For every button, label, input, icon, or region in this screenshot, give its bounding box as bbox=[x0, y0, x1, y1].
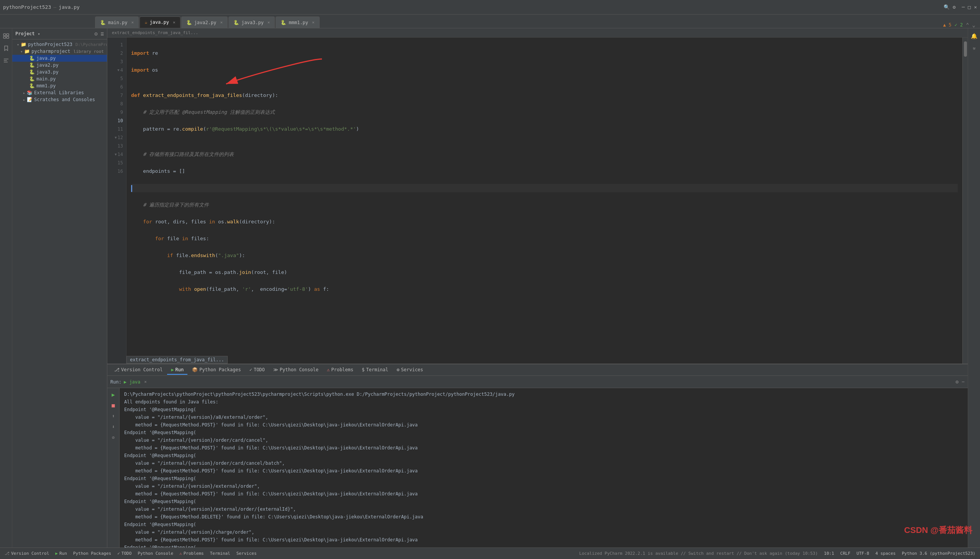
minimize-btn[interactable]: ─ bbox=[962, 4, 965, 10]
tree-path-root: D:\PycharmProject bbox=[76, 42, 107, 47]
console-header-line: All endpoints found in Java files: bbox=[124, 398, 963, 406]
services-status[interactable]: Services bbox=[237, 551, 257, 556]
run-left-actions: ▶ ■ ⬆ ⬇ ⊘ bbox=[107, 388, 119, 547]
tree-item-external-libs[interactable]: ▸ 📚 External Libraries bbox=[12, 89, 107, 96]
tree-item-main-py[interactable]: 🐍 main.py bbox=[12, 76, 107, 83]
run-scroll-top-btn[interactable]: ⬆ bbox=[109, 412, 118, 420]
gutter-11: 11 bbox=[109, 125, 124, 133]
update-notification: Localized PyCharm 2022.2.1 is available … bbox=[579, 551, 818, 556]
git-label: Version Control bbox=[11, 551, 49, 556]
code-view[interactable]: import re import os def extract_endpoint… bbox=[126, 38, 962, 364]
cursor-position[interactable]: 10:1 bbox=[824, 551, 834, 556]
project-icon-btn[interactable] bbox=[2, 31, 11, 41]
gutter-13: 13 bbox=[109, 142, 124, 150]
console-ep3-header: Endpoint '@RequestMapping( bbox=[124, 452, 963, 460]
tab-terminal[interactable]: $ Terminal bbox=[358, 366, 392, 375]
tab-todo[interactable]: ✓ TODO bbox=[246, 366, 269, 375]
folder-icon-pycharm: 📁 bbox=[24, 49, 30, 54]
settings-icon[interactable]: ⚙ bbox=[953, 4, 956, 10]
tab-close-main-py[interactable]: × bbox=[131, 20, 134, 25]
tab-run[interactable]: ▶ Run bbox=[167, 366, 187, 375]
notifications-icon-btn[interactable]: 🔔 bbox=[970, 31, 979, 41]
console-ep7-header: Endpoint '@RequestMapping( bbox=[124, 544, 963, 547]
tab-problems[interactable]: ⚠ Problems bbox=[323, 366, 357, 375]
problems-status-label: Problems bbox=[184, 551, 204, 556]
console-ep5-header: Endpoint '@RequestMapping( bbox=[124, 498, 963, 505]
tab-main-py[interactable]: 🐍 main.py × bbox=[95, 17, 139, 28]
tree-item-java2-py[interactable]: 🐍 java2.py bbox=[12, 62, 107, 69]
breadcrumb-text: extract_endpoints_from_java_fil... bbox=[112, 30, 198, 35]
version-control-label: Version Control bbox=[121, 367, 162, 372]
tab-label-java3-py: java3.py bbox=[242, 20, 264, 25]
editor-content[interactable]: 1 2 3 ▼4 5 6 7 8 9 10 11 ▼12 13 ▼14 bbox=[107, 38, 968, 364]
file-encoding[interactable]: UTF-8 bbox=[857, 551, 869, 556]
tab-close-java3-py[interactable]: × bbox=[268, 20, 270, 25]
bookmark-icon-btn[interactable] bbox=[2, 44, 11, 53]
right-icons-panel: 🔔 ⚒ bbox=[968, 28, 980, 547]
tab-close-mmm1-py[interactable]: × bbox=[312, 20, 315, 25]
version-control-status[interactable]: ⎇ Version Control bbox=[5, 551, 49, 556]
python-console-status[interactable]: Python Console bbox=[137, 551, 173, 556]
run-gear-icon[interactable]: ⚙ bbox=[955, 379, 958, 385]
run-icon: ▶ bbox=[171, 367, 174, 372]
tree-item-root[interactable]: ▾ 📁 pythonProject523 D:\PycharmProject bbox=[12, 41, 107, 48]
build-icon-btn[interactable]: ⚒ bbox=[970, 44, 979, 53]
tab-close-java-py[interactable]: × bbox=[173, 20, 175, 25]
terminal-status[interactable]: Terminal bbox=[210, 551, 230, 556]
python-console-icon: ≫ bbox=[273, 367, 278, 372]
close-btn[interactable]: × bbox=[974, 4, 977, 10]
tree-item-pycharm[interactable]: ▾ 📁 pycharmproject library root bbox=[12, 48, 107, 55]
indent-setting[interactable]: 4 spaces bbox=[876, 551, 896, 556]
tree-label-java3-py: java3.py bbox=[36, 69, 59, 75]
structure-icon-btn[interactable] bbox=[2, 56, 11, 65]
tab-python-console[interactable]: ≫ Python Console bbox=[270, 366, 322, 375]
run-status-icon: ▶ bbox=[55, 551, 58, 556]
tree-settings-icon[interactable]: ⚙ bbox=[94, 31, 98, 37]
title-separator: – bbox=[53, 4, 56, 10]
tab-version-control[interactable]: ⎇ Version Control bbox=[110, 366, 166, 375]
editor-scrollbar[interactable] bbox=[962, 38, 968, 364]
tab-close-java2-py[interactable]: × bbox=[220, 20, 223, 25]
scrollbar-thumb[interactable] bbox=[964, 41, 967, 57]
tab-python-packages[interactable]: 📦 Python Packages bbox=[188, 366, 245, 375]
run-filter-btn[interactable]: ⊘ bbox=[109, 433, 118, 442]
project-dropdown-icon[interactable]: ▾ bbox=[38, 32, 40, 36]
expand-icon[interactable]: ⌃ bbox=[966, 22, 969, 28]
tree-collapse-icon[interactable]: ≡ bbox=[101, 31, 104, 37]
tab-services[interactable]: ⚙ Services bbox=[393, 366, 427, 375]
tab-java2-py[interactable]: 🐍 java2.py × bbox=[181, 17, 228, 28]
status-left: ⎇ Version Control ▶ Run Python Packages … bbox=[5, 551, 257, 556]
python-packages-status[interactable]: Python Packages bbox=[73, 551, 111, 556]
python-version[interactable]: Python 3.6 (pythonProject523) bbox=[902, 551, 975, 556]
tab-java3-py[interactable]: 🐍 java3.py × bbox=[228, 17, 275, 28]
run-restart-btn[interactable]: ▶ bbox=[109, 390, 118, 399]
tree-label-pycharm: pycharmproject bbox=[31, 49, 70, 54]
run-minus-icon[interactable]: − bbox=[962, 379, 965, 385]
run-status-btn[interactable]: ▶ Run bbox=[55, 551, 67, 556]
run-tab-close[interactable]: × bbox=[144, 379, 147, 384]
content-row: Project ▾ ⚙ ≡ ▾ 📁 pythonProject523 D:\Py… bbox=[0, 28, 980, 547]
line-ending[interactable]: CRLF bbox=[840, 551, 851, 556]
tree-item-java-py[interactable]: 🐍 java.py bbox=[12, 55, 107, 62]
tree-item-scratches[interactable]: ▸ 📝 Scratches and Consoles bbox=[12, 96, 107, 103]
tree-item-mmm1-py[interactable]: 🐍 mmm1.py bbox=[12, 83, 107, 89]
tree-arrow-root: ▾ bbox=[17, 43, 19, 47]
problems-status[interactable]: ⚠ Problems bbox=[179, 551, 204, 556]
maximize-btn[interactable]: □ bbox=[968, 4, 971, 10]
status-right: Localized PyCharm 2022.2.1 is available … bbox=[579, 551, 975, 556]
run-tab-btn[interactable]: ▶ java bbox=[124, 379, 140, 385]
tab-icon-main-py: 🐍 bbox=[100, 20, 106, 25]
tab-mmm1-py[interactable]: 🐍 mmm1.py × bbox=[276, 17, 319, 28]
python-packages-icon: 📦 bbox=[192, 367, 198, 372]
run-scroll-bottom-btn[interactable]: ⬇ bbox=[109, 423, 118, 431]
collapse-icon[interactable]: ⌄ bbox=[972, 22, 975, 28]
tab-java-py[interactable]: ☕ java.py × bbox=[139, 17, 180, 28]
todo-status[interactable]: ✓ TODO bbox=[117, 551, 131, 556]
tree-arrow-ext: ▸ bbox=[23, 91, 25, 95]
search-icon[interactable]: 🔍 bbox=[944, 4, 950, 10]
gutter-9: 9 bbox=[109, 108, 124, 116]
gutter-10: 10 bbox=[109, 116, 124, 125]
tree-item-java3-py[interactable]: 🐍 java3.py bbox=[12, 69, 107, 76]
run-stop-btn[interactable]: ■ bbox=[109, 401, 118, 410]
services-label: Services bbox=[401, 367, 423, 372]
